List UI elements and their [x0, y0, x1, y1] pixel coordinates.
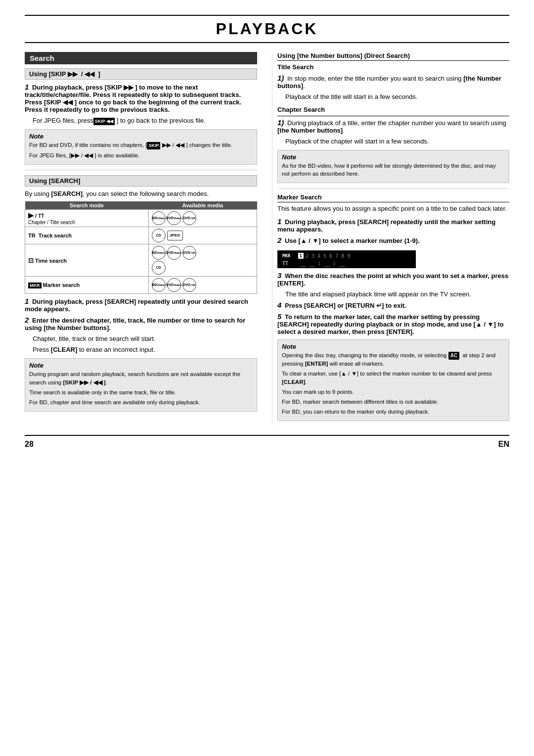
marker-search-header: Marker Search: [277, 193, 509, 202]
table-row: ⊡ Time search BDVideo DVDVideo DVD-VR CD: [25, 244, 257, 277]
left-column: Search Using [SKIP ▶▶ / ◀◀ ] 1 During pl…: [25, 52, 262, 425]
skip-step1: 1 During playback, press [SKIP ▶▶ ] to m…: [25, 83, 257, 113]
search-section-header: Search: [25, 52, 257, 64]
chapter-search-section: Chapter Search 1) During playback of a t…: [277, 105, 509, 145]
page-title: PLAYBACK: [25, 15, 509, 43]
marker-step4: 4 Press [SEARCH] or [RETURN ↵] to exit.: [277, 301, 509, 309]
search-step2-note1: Chapter, title, track or time search wil…: [33, 334, 257, 343]
using-skip-header: Using [SKIP ▶▶ / ◀◀ ]: [25, 68, 257, 80]
marker-note-box: Note Opening the disc tray, changing to …: [277, 339, 509, 421]
direct-search-header: Using [the Number buttons] (Direct Searc…: [277, 52, 509, 61]
chapter-search-note: Playback of the chapter will start in a …: [285, 137, 509, 146]
table-row: TR Track search CD JPEG: [25, 227, 257, 244]
search-step2-note2: Press [CLEAR] to erase an incorrect inpu…: [33, 345, 257, 354]
marker-search-desc: This feature allows you to assign a spec…: [277, 204, 509, 213]
search-step2: 2 Enter the desired chapter, title, trac…: [25, 316, 257, 331]
page-number: 28: [25, 440, 34, 449]
marker-step2: 2 Use [▲ / ▼] to select a marker number …: [277, 236, 509, 244]
table-row: MKR Marker search BDVideo DVDVideo DVD-V…: [25, 277, 257, 294]
table-row: ▶ / TT Chapter / Title search BDVideo DV…: [25, 210, 257, 227]
skip-jpeg-note: For JPEG files, pressSKIP ◀◀ ] to go bac…: [33, 116, 257, 125]
marker-display: MKR 1 2 3 4 5 6 7 8 9 TT __ __ : __ : __: [277, 250, 416, 268]
search-note-box: Note During program and random playback,…: [25, 358, 257, 411]
search-step1: 1 During playback, press [SEARCH] repeat…: [25, 297, 257, 313]
marker-step5: 5 To return to the marker later, call th…: [277, 312, 509, 335]
using-search-header: Using [SEARCH]: [25, 175, 257, 187]
marker-step3: 3 When the disc reaches the point at whi…: [277, 271, 509, 287]
search-desc: By using [SEARCH], you can select the fo…: [25, 189, 257, 198]
lang-label: EN: [498, 440, 509, 449]
chapter-search-subheader: Chapter Search: [277, 105, 509, 116]
marker-step1: 1 During playback, press [SEARCH] repeat…: [277, 217, 509, 233]
title-search-section: Title Search 1) In stop mode, enter the …: [277, 63, 509, 101]
title-search-subheader: Title Search: [277, 63, 509, 72]
title-search-note: Playback of the title will start in a fe…: [285, 93, 509, 101]
marker-step3-note: The title and elapsed playback time will…: [285, 290, 509, 299]
right-column: Using [the Number buttons] (Direct Searc…: [272, 52, 509, 425]
skip-note-box: Note For BD and DVD, if title contains n…: [25, 129, 257, 165]
direct-search-note: Note As for the BD-video, how it perform…: [277, 150, 509, 183]
footer: 28 EN: [25, 435, 509, 449]
search-mode-table: Search mode Available media ▶ / TT Chapt…: [25, 201, 257, 294]
